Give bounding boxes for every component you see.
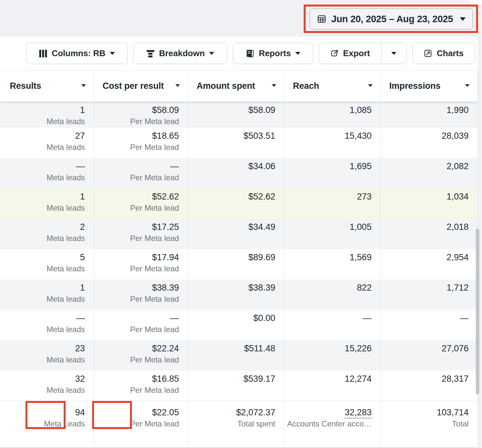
reports-button[interactable]: Reports — [233, 43, 313, 64]
charts-trend-icon — [424, 49, 432, 58]
cell-sublabel: Meta leads — [0, 264, 85, 274]
amount-spent-cell: $52.62 — [188, 188, 284, 219]
cell-value: $38.39 — [188, 282, 275, 293]
totals-reach-value[interactable]: 32,283 — [345, 408, 372, 419]
cell-value: 27 — [0, 130, 85, 141]
cell-value: $38.39 — [94, 282, 179, 293]
reach-cell: 1,085 — [284, 102, 381, 128]
export-button-label: Export — [343, 48, 370, 58]
table-body: 1Meta leads$58.09Per Meta lead$58.091,08… — [0, 102, 478, 401]
chevron-down-icon — [391, 52, 396, 55]
header-reach[interactable]: Reach — [284, 71, 381, 101]
cell-value: 1,034 — [381, 191, 469, 202]
amount-spent-cell: $58.09 — [188, 102, 284, 128]
totals-reach-cell: 32,283 Accounts Center acco… — [284, 401, 381, 447]
amount-spent-cell: $34.06 — [188, 158, 284, 188]
cell-value: 28,317 — [381, 373, 469, 384]
header-impressions[interactable]: Impressions — [381, 71, 478, 101]
cell-sublabel: Meta leads — [0, 142, 85, 152]
totals-results-cell: 94 Meta Leads — [0, 401, 94, 447]
totals-spent-label: Total spent — [188, 419, 275, 429]
columns-button[interactable]: Columns: RB — [26, 43, 128, 64]
table-header: Results Cost per result Amount spent Rea… — [0, 70, 478, 102]
cell-value: 15,430 — [284, 130, 372, 141]
header-amount-spent[interactable]: Amount spent — [188, 71, 284, 101]
cut-off-element-top-right — [469, 0, 482, 5]
breakdown-bars-icon — [146, 49, 155, 58]
columns-button-label: Columns: RB — [52, 48, 105, 58]
cell-sublabel: Meta leads — [0, 324, 85, 335]
table-row[interactable]: 1Meta leads$58.09Per Meta lead$58.091,08… — [0, 102, 478, 128]
chevron-down-icon — [295, 52, 300, 55]
table-row[interactable]: 1Meta leads$52.62Per Meta lead$52.622731… — [0, 188, 478, 219]
reach-cell: 273 — [284, 188, 381, 219]
table-row[interactable]: 2Meta leads$17.25Per Meta lead$34.491,00… — [0, 219, 478, 249]
table-row[interactable]: 5Meta leads$17.94Per Meta lead$89.691,56… — [0, 249, 478, 280]
cell-value: $17.25 — [94, 221, 179, 232]
export-button[interactable]: Export — [319, 43, 381, 64]
table-row[interactable]: 23Meta leads$22.24Per Meta lead$511.4815… — [0, 340, 478, 371]
cell-value: $58.09 — [188, 104, 275, 116]
cell-value: 12,274 — [284, 373, 372, 384]
totals-spent-cell: $2,072.37 Total spent — [188, 401, 284, 447]
cell-value: 1,085 — [284, 104, 372, 116]
cost-per-result-cell: —Per Meta lead — [94, 158, 188, 188]
amount-spent-cell: $503.51 — [188, 128, 284, 158]
impressions-cell: 2,082 — [381, 158, 478, 188]
cell-value: $539.17 — [188, 373, 275, 384]
totals-results-value: 94 — [0, 407, 85, 418]
impressions-cell: 1,712 — [381, 280, 478, 310]
cost-per-result-cell: $17.94Per Meta lead — [94, 249, 188, 280]
amount-spent-cell: $38.39 — [188, 280, 284, 310]
table-row[interactable]: 27Meta leads$18.65Per Meta lead$503.5115… — [0, 128, 478, 158]
export-dropdown-button[interactable] — [381, 43, 406, 64]
amount-spent-cell: $89.69 — [188, 249, 284, 280]
header-cost-per-result[interactable]: Cost per result — [94, 71, 188, 101]
reach-cell: — — [284, 310, 381, 340]
charts-button[interactable]: Charts — [412, 43, 475, 64]
breakdown-button[interactable]: Breakdown — [133, 43, 227, 64]
cell-sublabel: Meta leads — [0, 172, 85, 183]
date-range-picker[interactable]: Jun 20, 2025 – Aug 23, 2025 — [310, 8, 473, 29]
cell-sublabel: Per Meta lead — [94, 264, 179, 274]
cost-per-result-cell: $18.65Per Meta lead — [94, 128, 188, 158]
cost-per-result-cell: —Per Meta lead — [94, 310, 188, 340]
cell-value: 27,076 — [381, 343, 469, 354]
cell-sublabel: Per Meta lead — [94, 294, 179, 304]
content-card: Columns: RB Breakdown — [0, 37, 478, 448]
totals-reach-label: Accounts Center acco… — [284, 419, 372, 429]
cell-sublabel: Per Meta lead — [94, 233, 179, 244]
cell-value: 1 — [0, 191, 85, 202]
sort-chevron-icon — [272, 84, 276, 87]
impressions-cell: 1,990 — [381, 102, 478, 128]
cell-sublabel: Per Meta lead — [94, 385, 179, 395]
table-row[interactable]: —Meta leads—Per Meta lead$34.061,6952,08… — [0, 158, 478, 188]
export-split-button: Export — [319, 43, 407, 64]
cell-value: 28,039 — [381, 130, 469, 141]
sort-chevron-icon — [465, 84, 470, 87]
table-row[interactable]: 1Meta leads$38.39Per Meta lead$38.398221… — [0, 280, 478, 310]
totals-cost-cell: $22.05 Per Meta lead — [94, 401, 188, 447]
cost-per-result-cell: $17.25Per Meta lead — [94, 219, 188, 249]
cell-value: 1 — [0, 282, 85, 293]
cell-value: — — [0, 312, 85, 324]
cell-value: 273 — [284, 191, 372, 202]
amount-spent-cell: $539.17 — [188, 371, 284, 401]
cell-value: — — [381, 312, 469, 324]
cost-per-result-cell: $38.39Per Meta lead — [94, 280, 188, 310]
toolbar: Columns: RB Breakdown — [0, 43, 478, 64]
results-cell: 1Meta leads — [0, 102, 94, 128]
amount-spent-cell: $0.00 — [188, 310, 284, 340]
results-cell: 1Meta leads — [0, 188, 94, 219]
chevron-down-icon — [460, 17, 466, 21]
cell-value: 822 — [284, 282, 372, 293]
sort-chevron-icon — [368, 84, 373, 87]
table-row[interactable]: —Meta leads—Per Meta lead$0.00—— — [0, 310, 478, 340]
vertical-scrollbar-thumb[interactable] — [476, 229, 479, 394]
reports-document-icon — [246, 49, 254, 58]
cell-value: $18.65 — [94, 130, 179, 141]
breakdown-button-label: Breakdown — [159, 48, 205, 58]
table-row[interactable]: 32Meta leads$16.85Per Meta lead$539.1712… — [0, 371, 478, 401]
reach-cell: 15,226 — [284, 340, 381, 371]
header-results[interactable]: Results — [0, 71, 94, 101]
